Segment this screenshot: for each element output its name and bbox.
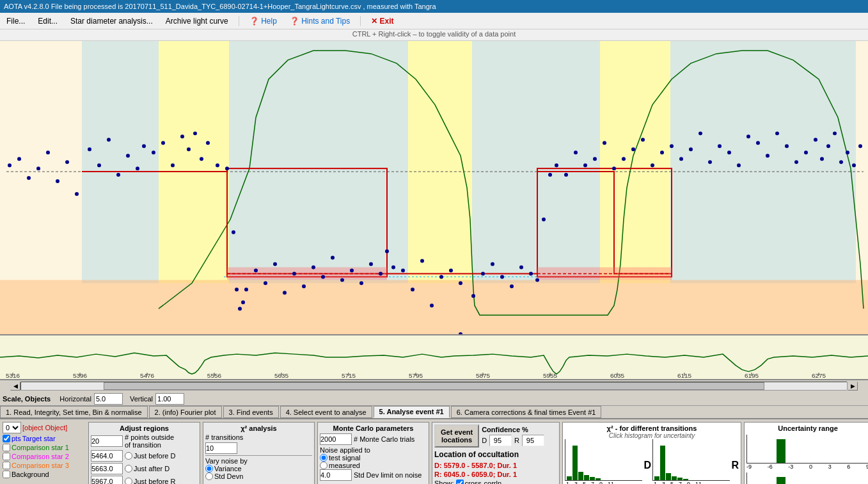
variance-option[interactable]: Variance	[205, 465, 312, 472]
svg-point-33	[283, 291, 287, 294]
comp3-checkbox[interactable]	[3, 462, 10, 469]
svg-point-56	[500, 275, 504, 278]
just-after-d-label[interactable]: Just after D	[125, 465, 170, 472]
svg-point-41	[359, 281, 363, 285]
just-before-d-input[interactable]	[91, 450, 123, 462]
r-histogram[interactable]	[652, 439, 730, 481]
chi2-hist-subtitle: Click histogram for uncertainty	[565, 432, 739, 439]
comp2-checkbox[interactable]	[3, 453, 10, 460]
menu-file[interactable]: File...	[3, 15, 29, 27]
vertical-label: Vertical	[130, 395, 153, 403]
measured-radio[interactable]	[320, 462, 327, 469]
tab-3[interactable]: 3. Find events	[223, 406, 279, 418]
d-bar-1	[567, 476, 572, 480]
scroll-left-arrow[interactable]: ◀	[10, 382, 20, 391]
measured-option[interactable]: measured	[320, 462, 427, 469]
d-unc-bar-9	[805, 462, 814, 463]
comp1-checkbox[interactable]	[3, 444, 10, 451]
svg-point-6	[65, 160, 69, 164]
bg-yellow-3	[600, 41, 670, 283]
stddevn-radio[interactable]	[205, 472, 213, 480]
svg-point-71	[622, 157, 626, 161]
just-after-d-radio[interactable]	[125, 465, 132, 472]
svg-point-12	[126, 154, 130, 157]
scroll-right-arrow[interactable]: ▶	[848, 382, 858, 391]
test-signal-option[interactable]: test signal	[320, 454, 427, 462]
transitions-input[interactable]	[205, 442, 237, 454]
mc-trials-row: # Monte Carlo trials	[320, 433, 427, 445]
just-before-r-radio[interactable]	[125, 478, 132, 484]
point-avg-select[interactable]: 01235	[3, 422, 21, 433]
bg-blue-right	[670, 41, 856, 283]
menu-exit[interactable]: ✕ Exit	[367, 15, 397, 27]
d-bar-4	[584, 475, 589, 480]
tab-1[interactable]: 1. Read, Integrity, Set time, Bin & norm…	[0, 406, 148, 418]
just-before-d-label[interactable]: Just before D	[125, 452, 175, 460]
svg-point-87	[775, 131, 779, 135]
cross-corrln-checkbox[interactable]	[456, 480, 464, 484]
adjust-regions-panel: Adjust regions # points outsideof transi…	[88, 422, 200, 484]
r-confidence-input[interactable]	[522, 435, 544, 446]
horizontal-input[interactable]	[94, 393, 123, 405]
points-outside-input[interactable]	[91, 435, 123, 447]
svg-point-70	[612, 166, 616, 170]
just-before-r-label[interactable]: Just before R	[125, 478, 175, 484]
d-bar-6	[596, 478, 601, 480]
uncertainty-range-panel: Uncertainty range -9-6-30369	[744, 422, 868, 484]
chi2-histogram-panel[interactable]: χ² - for different transitions Click his…	[562, 422, 741, 484]
comp2-checkbox-row[interactable]: Comparison star 2	[3, 453, 86, 460]
std-dev-limit-input[interactable]	[320, 469, 352, 481]
tab-2[interactable]: 2. (info) Fourier plot	[149, 406, 222, 418]
pts-checkbox-row[interactable]: pts Target star	[3, 435, 86, 442]
menu-archive[interactable]: Archive light curve	[162, 15, 232, 27]
svg-point-5	[56, 179, 59, 183]
comp1-checkbox-row[interactable]: Comparison star 1	[3, 444, 86, 451]
bg-blue-mid	[472, 41, 600, 283]
bg-checkbox[interactable]	[3, 471, 10, 478]
tab-6[interactable]: 6. Camera corrections & final times Even…	[451, 406, 602, 418]
mc-trials-input[interactable]	[320, 433, 352, 445]
menu-edit[interactable]: Edit...	[34, 15, 61, 27]
d-histogram[interactable]	[565, 439, 642, 481]
bg-blue-left	[82, 41, 159, 283]
variance-radio[interactable]	[205, 465, 213, 472]
svg-point-38	[331, 256, 335, 260]
tab-5[interactable]: 5. Analyse event #1	[374, 406, 450, 418]
tabs-bar: 1. Read, Integrity, Set time, Bin & norm…	[0, 406, 868, 419]
svg-point-94	[833, 131, 837, 135]
scrollbar-thumb[interactable]	[104, 382, 764, 390]
get-event-button[interactable]: Get eventlocations	[434, 424, 479, 448]
bg-checkbox-row[interactable]: Background	[3, 471, 86, 478]
title-text: AOTA v4.2.8.0 File being processed is 20…	[4, 3, 436, 10]
menu-star-diameter[interactable]: Star diameter analysis...	[67, 15, 157, 27]
d-uncertainty-histogram[interactable]	[746, 435, 868, 464]
just-after-d-input[interactable]	[91, 463, 123, 474]
menu-help[interactable]: ❓ Help	[246, 15, 281, 27]
svg-point-4	[46, 150, 50, 154]
d-axis-labels: 1357911	[565, 481, 642, 484]
d-confidence-input[interactable]	[489, 435, 512, 446]
points-outside-row: # points outsideof transition	[91, 433, 198, 449]
pts-checkbox[interactable]	[3, 435, 10, 442]
svg-point-53	[471, 294, 475, 298]
cross-corrln-label[interactable]: cross-corrln	[456, 480, 501, 484]
tab-4[interactable]: 4. Select event to analyse	[280, 406, 372, 418]
vertical-input[interactable]	[155, 393, 184, 405]
svg-point-62	[542, 218, 546, 222]
menu-hints[interactable]: ❓ Hints and Tips	[286, 15, 354, 27]
chi2-hist-title: χ² - for different transitions	[565, 424, 739, 432]
just-before-d-radio[interactable]	[125, 452, 132, 460]
comp3-checkbox-row[interactable]: Comparison star 3	[3, 462, 86, 469]
svg-point-78	[689, 147, 693, 151]
svg-point-27	[238, 307, 242, 311]
svg-point-22	[206, 141, 210, 145]
just-before-r-input[interactable]	[91, 476, 123, 484]
svg-point-61	[535, 278, 539, 282]
d-unc-bar-0	[777, 439, 785, 463]
left-panel: 01235 [object Object] pts Target star Co…	[3, 422, 86, 484]
chart-area	[0, 41, 868, 335]
r-uncertainty-histogram[interactable]	[746, 472, 868, 484]
test-signal-radio[interactable]	[320, 454, 327, 462]
stddevn-option[interactable]: Std Devn	[205, 472, 312, 480]
r-conf-label: R	[514, 437, 519, 444]
